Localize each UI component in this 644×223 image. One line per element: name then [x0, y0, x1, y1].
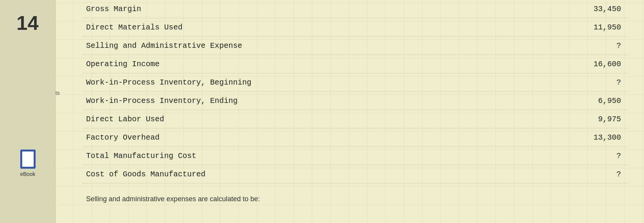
page-number: 14 [16, 11, 39, 34]
side-note-label: ts [55, 90, 67, 96]
ebook-section: eBook [0, 150, 55, 177]
row-value-6: 9,975 [552, 115, 629, 124]
row-value-4: ? [552, 78, 629, 87]
table-row: Selling and Administrative Expense? [82, 37, 629, 55]
row-value-2: ? [552, 41, 629, 50]
left-panel: 14 eBook [0, 0, 55, 223]
ebook-icon[interactable] [20, 150, 36, 169]
table-row: Gross Margin33,450 [82, 0, 629, 18]
table-rows-container: Gross Margin33,450Direct Materials Used1… [82, 0, 629, 184]
row-label-8: Total Manufacturing Cost [82, 151, 552, 160]
ebook-label[interactable]: eBook [20, 171, 36, 177]
row-label-5: Work-in-Process Inventory, Ending [82, 96, 552, 105]
table-row: Factory Overhead13,300 [82, 129, 629, 147]
row-label-4: Work-in-Process Inventory, Beginning [82, 78, 552, 87]
row-value-8: ? [552, 151, 629, 160]
data-table: Gross Margin33,450Direct Materials Used1… [82, 0, 629, 184]
table-row: Direct Labor Used9,975 [82, 110, 629, 129]
row-value-7: 13,300 [552, 133, 629, 142]
table-row: Operating Income16,600 [82, 55, 629, 73]
row-label-6: Direct Labor Used [82, 115, 552, 124]
table-row: Cost of Goods Manufactured? [82, 165, 629, 184]
row-label-3: Operating Income [82, 60, 552, 68]
row-value-3: 16,600 [552, 60, 629, 68]
row-value-5: 6,950 [552, 96, 629, 105]
row-label-1: Direct Materials Used [82, 23, 552, 32]
row-label-9: Cost of Goods Manufactured [82, 170, 552, 179]
table-row: Direct Materials Used11,950 [82, 18, 629, 37]
content-area: Gross Margin33,450Direct Materials Used1… [67, 0, 644, 223]
page-container: 14 eBook ts Gross Margin33,450Direct Mat… [0, 0, 644, 223]
row-value-0: 33,450 [552, 5, 629, 13]
row-label-7: Factory Overhead [82, 133, 552, 142]
footer-text: Selling and administrative expenses are … [82, 195, 629, 203]
table-row: Total Manufacturing Cost? [82, 147, 629, 165]
row-label-2: Selling and Administrative Expense [82, 41, 552, 50]
row-value-9: ? [552, 170, 629, 179]
row-value-1: 11,950 [552, 23, 629, 32]
table-row: Work-in-Process Inventory, Beginning? [82, 73, 629, 92]
row-label-0: Gross Margin [82, 5, 552, 13]
table-row: Work-in-Process Inventory, Ending6,950 [82, 92, 629, 110]
